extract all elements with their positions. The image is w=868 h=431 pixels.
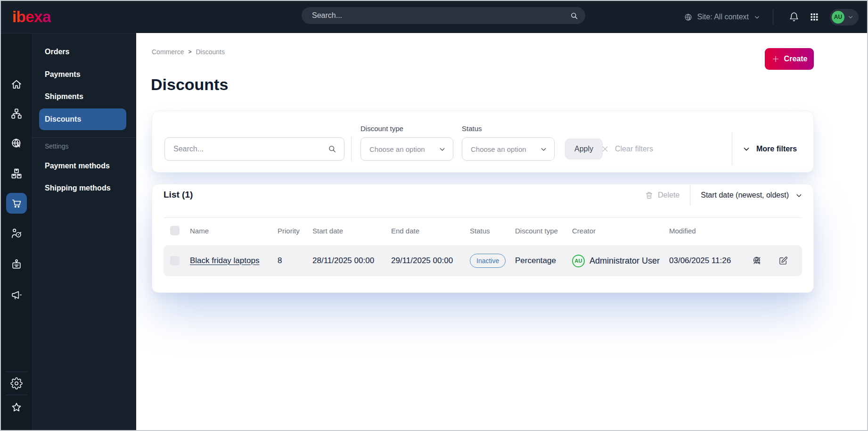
site-context-selector[interactable]: Site: All context [684, 13, 761, 22]
discount-type-select[interactable]: Choose an option [360, 137, 453, 161]
ibexa-logo[interactable]: ibexa [12, 8, 51, 25]
column-header-discount-type: Discount type [515, 227, 572, 235]
settings-section-label: Settings [45, 142, 69, 150]
content-tree-icon[interactable] [10, 108, 23, 120]
discount-type-label: Discount type [360, 124, 403, 133]
topbar-divider [773, 9, 773, 25]
discounts-list-panel: List (1) Delete Start date (newest, olde… [152, 184, 814, 293]
topbar-right: Site: All context AU [684, 1, 859, 33]
sidebar-item-discounts[interactable]: Discounts [39, 108, 126, 130]
sidebar-item-label: Orders [45, 48, 69, 56]
notifications-bell-icon[interactable] [789, 12, 799, 22]
filters-panel: Discount type Choose an option Status Ch… [152, 111, 814, 173]
products-boxes-icon[interactable] [10, 167, 23, 180]
rail-divider [6, 372, 27, 372]
chevron-down-icon [847, 14, 854, 20]
sort-select[interactable]: Start date (newest, oldest) [701, 191, 803, 199]
discount-name-link[interactable]: Black friday laptops [190, 256, 259, 265]
select-all-checkbox[interactable] [170, 226, 180, 235]
commerce-subnav: Orders Payments Shipments Discounts Sett… [32, 33, 136, 430]
global-search[interactable] [302, 7, 585, 24]
app-grid-icon[interactable] [810, 12, 819, 22]
row-start-date: 28/11/2025 00:00 [312, 256, 391, 265]
filter-search-input[interactable] [165, 145, 328, 153]
sidebar-item-label: Payment methods [45, 162, 110, 170]
row-discount-type: Percentage [515, 256, 572, 265]
list-title: List (1) [164, 190, 193, 200]
sidebar-item-shipping-methods[interactable]: Shipping methods [33, 177, 136, 199]
sidebar-item-label: Shipments [45, 92, 83, 101]
preview-disabled-icon[interactable] [752, 256, 762, 266]
status-label: Status [462, 124, 482, 133]
row-modified: 03/06/2025 11:26 [669, 256, 752, 265]
app-window: ibexa Site: All context [0, 0, 868, 431]
main-content: Commerce > Discounts Create Discounts Di… [136, 33, 867, 430]
sort-label: Start date (newest, oldest) [701, 191, 789, 199]
close-icon [601, 145, 609, 153]
more-filters-button[interactable]: More filters [742, 139, 797, 159]
sidebar-item-label: Payments [45, 70, 81, 79]
column-header-end-date: End date [391, 227, 470, 235]
trash-icon [645, 191, 654, 200]
plus-icon [771, 55, 780, 63]
row-priority: 8 [278, 256, 312, 265]
delete-button-label: Delete [658, 191, 680, 199]
create-button[interactable]: Create [765, 48, 814, 70]
more-filters-label: More filters [756, 145, 797, 153]
breadcrumb-discounts[interactable]: Discounts [196, 48, 224, 56]
user-menu[interactable]: AU [830, 9, 859, 25]
filter-divider [732, 132, 732, 165]
clear-filters-button[interactable]: Clear filters [601, 139, 653, 159]
clear-filters-label: Clear filters [615, 145, 653, 153]
breadcrumb-separator: > [188, 49, 191, 55]
sidebar-item-orders[interactable]: Orders [33, 41, 136, 63]
column-header-name: Name [190, 227, 278, 235]
home-icon[interactable] [10, 78, 23, 91]
edit-icon[interactable] [778, 256, 788, 266]
row-checkbox[interactable] [170, 256, 180, 265]
chevron-down-icon [742, 145, 751, 153]
chevron-down-icon [438, 145, 446, 153]
search-icon[interactable] [570, 11, 579, 20]
column-header-priority: Priority [278, 227, 312, 235]
sidebar-item-label: Discounts [45, 115, 81, 124]
search-icon[interactable] [328, 144, 337, 154]
status-badge: Inactive [470, 254, 506, 268]
create-button-label: Create [784, 55, 808, 63]
bookmarks-star-icon[interactable] [10, 401, 23, 414]
status-select[interactable]: Choose an option [462, 137, 555, 161]
status-value: Choose an option [471, 145, 526, 153]
personnel-badge-icon[interactable] [10, 258, 23, 271]
site-globe-icon[interactable] [10, 137, 23, 149]
column-header-creator: Creator [572, 227, 669, 235]
row-creator: AU Administrator User [572, 255, 669, 267]
user-avatar: AU [832, 11, 844, 24]
icon-rail [1, 33, 32, 430]
subnav-divider [33, 137, 136, 138]
breadcrumb-commerce[interactable]: Commerce [152, 48, 184, 56]
apply-button[interactable]: Apply [565, 139, 603, 159]
table-row: Black friday laptops 8 28/11/2025 00:00 … [164, 245, 802, 276]
delete-button[interactable]: Delete [645, 191, 680, 200]
chevron-down-icon [540, 145, 548, 153]
marketing-megaphone-icon[interactable] [10, 289, 23, 301]
rail-divider [6, 395, 27, 395]
breadcrumb: Commerce > Discounts [152, 48, 225, 56]
column-header-modified: Modified [669, 227, 752, 235]
sidebar-item-label: Shipping methods [45, 184, 111, 192]
global-search-input[interactable] [302, 11, 570, 20]
sidebar-item-payments[interactable]: Payments [33, 64, 136, 85]
sidebar-item-shipments[interactable]: Shipments [33, 86, 136, 108]
chevron-down-icon [795, 191, 803, 199]
list-actions-divider [690, 185, 690, 206]
chevron-down-icon [753, 14, 761, 21]
commerce-cart-icon[interactable] [6, 193, 27, 214]
discount-type-value: Choose an option [369, 145, 425, 153]
filter-search[interactable] [164, 137, 344, 161]
row-end-date: 29/11/2025 00:00 [391, 256, 470, 265]
customers-target-icon[interactable] [10, 227, 23, 240]
page-title: Discounts [151, 75, 228, 94]
sidebar-item-payment-methods[interactable]: Payment methods [33, 155, 136, 177]
globe-icon [684, 13, 693, 22]
settings-gear-icon[interactable] [10, 377, 23, 390]
